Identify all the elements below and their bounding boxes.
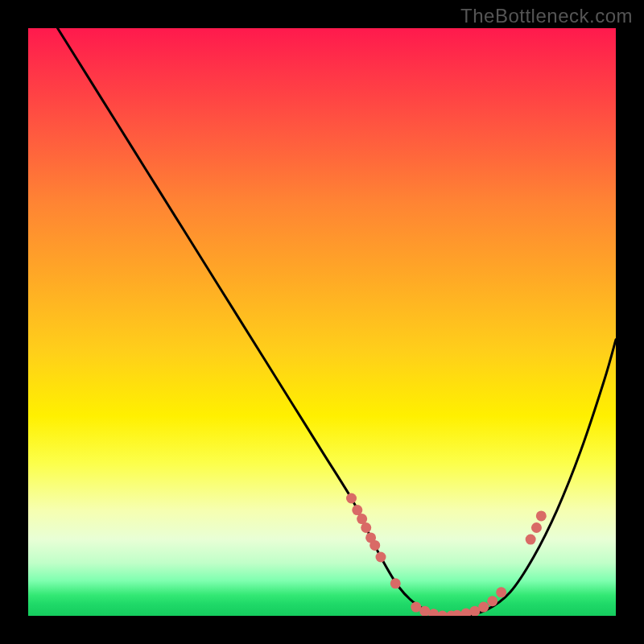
curve-marker	[487, 596, 497, 606]
curve-marker	[526, 535, 536, 545]
curve-marker	[352, 505, 362, 515]
curve-marker	[361, 522, 371, 533]
curve-marker	[536, 510, 547, 521]
curve-marker	[531, 522, 542, 533]
curve-svg	[28, 28, 616, 616]
curve-markers	[346, 493, 547, 617]
curve-marker	[496, 587, 506, 597]
chart-frame: TheBottleneck.com	[0, 0, 644, 644]
curve-marker	[428, 609, 439, 616]
curve-marker	[346, 493, 357, 504]
curve-marker	[390, 578, 401, 588]
watermark-label: TheBottleneck.com	[460, 5, 633, 27]
curve-marker	[478, 602, 489, 613]
plot-area	[28, 28, 616, 616]
curve-marker	[369, 540, 380, 551]
curve-marker	[376, 552, 386, 563]
